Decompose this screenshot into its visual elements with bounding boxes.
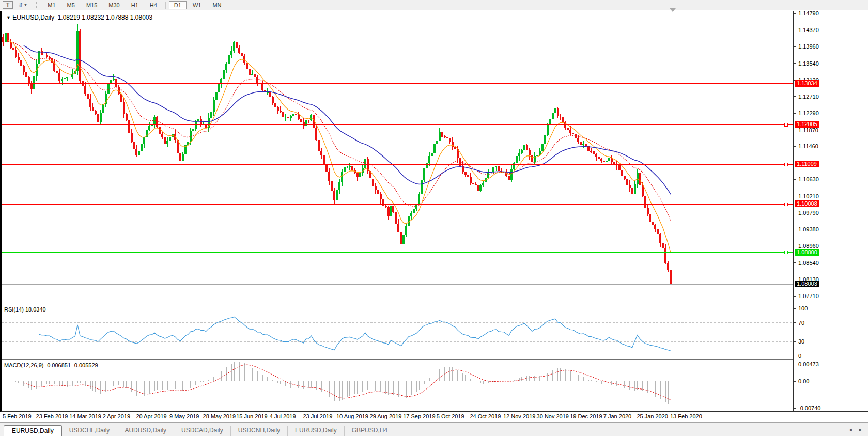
timeframe-button-W1[interactable]: W1 — [188, 1, 207, 9]
text-tool-button[interactable]: T — [3, 1, 13, 9]
tab-scroll-nav: ◄ ► — [844, 427, 863, 432]
date-tick-label: 14 Mar 2019 — [69, 413, 101, 419]
rsi-tick-label: 30 — [798, 338, 804, 345]
timeframe-button-M15[interactable]: M15 — [81, 1, 102, 9]
price-tick-label: 1.13960 — [798, 43, 819, 50]
macd-indicator-label: MACD(12,26,9) -0.006851 -0.005529 — [4, 362, 98, 368]
price-tick-label: 1.11870 — [798, 127, 818, 133]
hline-price-badge: 1.10008 — [795, 200, 819, 207]
chart-shift-marker-icon[interactable] — [670, 8, 676, 12]
chart-tab-usdchf-daily[interactable]: USDCHF,Daily — [62, 426, 118, 436]
axis-tick-mark — [794, 63, 796, 64]
date-tick-label: 25 Jan 2020 — [637, 413, 668, 419]
axis-tick-mark — [794, 196, 796, 196]
timeframe-button-MN[interactable]: MN — [207, 1, 226, 9]
price-tick-label: 1.13540 — [798, 60, 819, 67]
toolbar-separator — [165, 2, 166, 9]
toolbar-separator — [33, 2, 33, 9]
date-tick-label: 28 May 2019 — [203, 413, 236, 419]
price-tick-label: 1.08540 — [798, 260, 819, 266]
price-tick-label: 1.12710 — [798, 94, 819, 100]
chart-title: ▼ EURUSD,Daily 1.08219 1.08232 1.07888 1… — [6, 14, 152, 21]
axis-tick-mark — [794, 130, 796, 130]
current-price-badge: 1.08003 — [795, 281, 819, 287]
macd-tick-label: 0.00473 — [798, 361, 819, 367]
chart-tab-gbpusd-h4[interactable]: GBPUSD,H4 — [345, 426, 395, 436]
date-tick-label: 7 Jan 2020 — [603, 413, 631, 419]
symbol-dropdown-icon: ▼ — [6, 15, 11, 20]
chart-window: ▼ EURUSD,Daily 1.08219 1.08232 1.07888 1… — [0, 11, 868, 412]
chart-tab-usdcnh-daily[interactable]: USDCNH,Daily — [231, 426, 288, 436]
date-tick-label: 5 Oct 2019 — [437, 413, 464, 419]
axis-tick-mark — [794, 262, 796, 263]
updown-arrows-icon: ⇵ — [19, 2, 23, 8]
date-tick-label: 17 Sep 2019 — [403, 413, 435, 419]
rsi-tick-label: 70 — [798, 320, 804, 326]
date-tick-label: 10 Aug 2019 — [336, 413, 368, 419]
rsi-pane[interactable] — [2, 304, 793, 360]
timeframe-button-H4[interactable]: H4 — [145, 1, 162, 9]
top-toolbar: T ⇵ ▼ M1M5M15M30H1H4D1W1MN — [0, 0, 868, 10]
rsi-tick-label: 100 — [798, 305, 808, 312]
price-tick-label: 1.14790 — [798, 10, 819, 17]
quote-high: 1.08232 — [82, 14, 104, 21]
date-tick-label: 29 Aug 2019 — [370, 413, 402, 419]
axis-tick-mark — [794, 296, 796, 297]
quote-low: 1.07888 — [106, 14, 128, 21]
axis-tick-mark — [794, 13, 796, 14]
timeframe-button-H1[interactable]: H1 — [126, 1, 144, 9]
hline-price-badge: 1.11009 — [795, 161, 819, 167]
timeframe-button-D1[interactable]: D1 — [169, 1, 187, 9]
tab-scroll-right-icon[interactable]: ► — [858, 427, 863, 432]
timeframe-button-M5[interactable]: M5 — [62, 1, 80, 9]
axis-tick-mark — [794, 341, 796, 342]
quote-open: 1.08219 — [58, 14, 80, 21]
axis-tick-mark — [794, 146, 796, 147]
date-tick-label: 23 Jul 2019 — [303, 413, 332, 419]
axis-tick-mark — [794, 364, 796, 364]
macd-pane[interactable] — [2, 360, 793, 411]
date-tick-label: 23 Feb 2019 — [36, 413, 68, 419]
timeframe-button-M30[interactable]: M30 — [103, 1, 125, 9]
macd-tick-label: 0.00 — [798, 378, 809, 384]
timeframe-button-M1[interactable]: M1 — [42, 1, 60, 9]
axis-tick-mark — [794, 322, 796, 323]
axis-tick-mark — [794, 96, 796, 97]
chart-tab-eurusd-daily[interactable]: EURUSD,Daily — [4, 425, 62, 436]
axis-tick-mark — [794, 229, 796, 229]
date-tick-label: 24 Oct 2019 — [470, 413, 501, 419]
date-tick-label: 12 Nov 2019 — [503, 413, 535, 419]
price-tick-label: 1.11460 — [798, 143, 818, 149]
date-tick-label: 9 May 2019 — [169, 413, 199, 419]
axis-tick-mark — [794, 46, 796, 47]
rsi-tick-label: 0 — [798, 353, 801, 359]
axis-tick-mark — [794, 179, 796, 180]
chart-tab-bar: EURUSD,DailyUSDCHF,DailyAUDUSD,DailyUSDC… — [0, 422, 868, 436]
tab-scroll-left-icon[interactable]: ◄ — [848, 427, 853, 432]
price-tick-label: 1.14370 — [798, 27, 819, 33]
chart-tab-eurusd-daily[interactable]: EURUSD,Daily — [288, 426, 345, 436]
price-tick-label: 1.10630 — [798, 176, 819, 182]
chart-tab-audusd-daily[interactable]: AUDUSD,Daily — [117, 426, 174, 436]
date-tick-label: 2 Apr 2019 — [103, 413, 130, 419]
date-tick-label: 4 Jul 2019 — [270, 413, 296, 419]
date-tick-label: 20 Apr 2019 — [136, 413, 166, 419]
price-tick-label: 1.09380 — [798, 226, 819, 232]
price-tick-label: 1.10210 — [798, 193, 819, 199]
hline-price-badge: 1.08800 — [795, 249, 819, 256]
hline-price-badge: 1.12005 — [795, 121, 819, 128]
price-tick-label: 1.07710 — [798, 293, 819, 299]
price-tick-label: 1.08960 — [798, 243, 819, 249]
price-pane[interactable] — [2, 11, 793, 304]
date-tick-label: 13 Feb 2020 — [670, 413, 702, 419]
axis-tick-mark — [794, 246, 796, 246]
price-tick-label: 1.12290 — [798, 110, 819, 116]
axis-tick-mark — [794, 356, 796, 356]
time-axis[interactable]: 5 Feb 201923 Feb 201914 Mar 20192 Apr 20… — [2, 413, 868, 422]
price-axis[interactable]: 1.147901.143701.139601.135401.131201.127… — [793, 11, 868, 411]
date-tick-label: 15 Jun 2019 — [236, 413, 268, 419]
chart-tab-usdcad-daily[interactable]: USDCAD,Daily — [174, 426, 231, 436]
axis-tick-mark — [794, 30, 796, 30]
styles-dropdown-button[interactable]: ⇵ ▼ — [16, 1, 30, 9]
axis-tick-mark — [794, 381, 796, 382]
